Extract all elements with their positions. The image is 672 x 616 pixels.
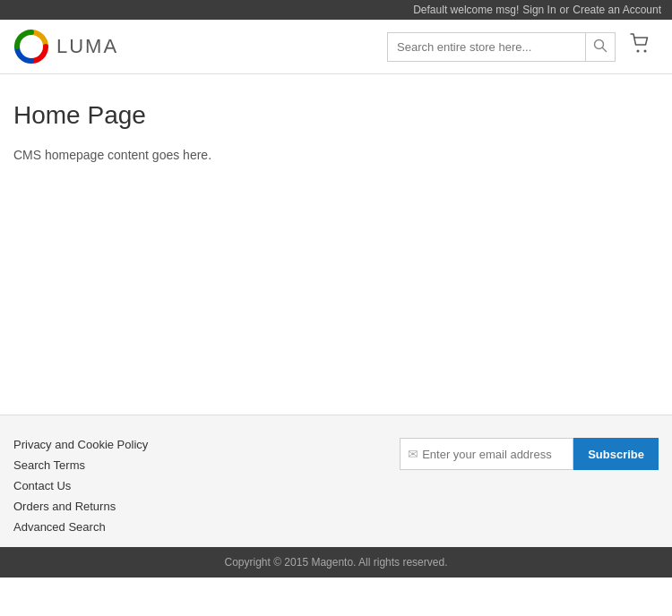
page-description: CMS homepage content goes here. — [13, 148, 659, 162]
footer-links: Privacy and Cookie Policy Search Terms C… — [13, 438, 148, 534]
svg-line-2 — [603, 47, 607, 51]
svg-point-4 — [644, 50, 647, 53]
search-input[interactable] — [388, 35, 585, 59]
search-form — [387, 32, 616, 62]
or-separator: or — [560, 4, 570, 16]
logo-icon — [13, 29, 49, 64]
svg-point-3 — [637, 50, 640, 53]
header: LUMA — [0, 20, 672, 74]
logo-text: LUMA — [56, 35, 118, 58]
search-icon — [593, 38, 607, 53]
main-content: Home Page CMS homepage content goes here… — [0, 74, 672, 415]
footer-link-contact-us[interactable]: Contact Us — [13, 479, 148, 492]
top-bar: Default welcome msg! Sign In or Create a… — [0, 0, 672, 20]
welcome-message: Default welcome msg! — [413, 4, 519, 16]
create-account-link[interactable]: Create an Account — [573, 4, 661, 16]
footer: Privacy and Cookie Policy Search Terms C… — [0, 415, 672, 547]
footer-link-advanced-search[interactable]: Advanced Search — [13, 520, 148, 534]
copyright-text: Copyright © 2015 Magento. All rights res… — [225, 556, 448, 569]
sign-in-link[interactable]: Sign In — [522, 4, 556, 16]
cart-button[interactable] — [623, 30, 659, 64]
email-icon: ✉ — [408, 447, 418, 461]
newsletter-email-input[interactable] — [422, 448, 565, 461]
copyright-bar: Copyright © 2015 Magento. All rights res… — [0, 547, 672, 578]
header-right — [387, 30, 659, 64]
footer-link-privacy[interactable]: Privacy and Cookie Policy — [13, 438, 148, 451]
search-button[interactable] — [585, 33, 615, 61]
subscribe-button[interactable]: Subscribe — [573, 438, 659, 470]
footer-link-search-terms[interactable]: Search Terms — [13, 458, 148, 472]
cart-icon — [630, 33, 651, 55]
newsletter-form: ✉ Subscribe — [400, 438, 659, 470]
email-wrapper: ✉ — [400, 438, 573, 470]
footer-link-orders-returns[interactable]: Orders and Returns — [13, 500, 148, 513]
page-title: Home Page — [13, 101, 659, 130]
logo-link[interactable]: LUMA — [13, 29, 118, 64]
